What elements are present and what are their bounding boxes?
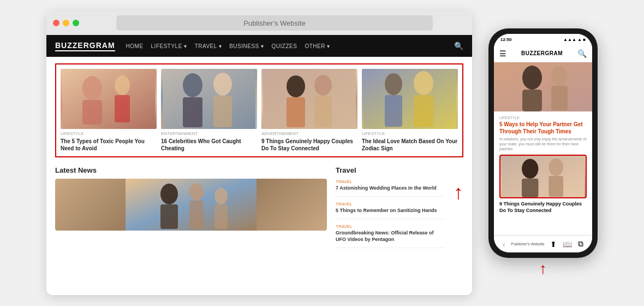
phone-wrapper: 12:50 ▲▲▲ ▲ ■ ☰ BUZZERGRAM 🔍 [488,28,598,278]
address-bar[interactable]: Publisher's Website [116,15,433,31]
card-meta-2: Entertainment [161,131,257,136]
travel-item-title-2: 5 Things to Remember on Sanitizing Hands [336,207,445,214]
phone-time: 12:50 [500,37,511,42]
nav-business[interactable]: BUSINESS ▾ [229,43,264,49]
phone-back-icon[interactable]: ‹ [503,240,505,249]
phone-signal: ▲▲▲ ▲ ■ [563,37,586,42]
phone-search-icon[interactable]: 🔍 [577,49,587,58]
card-image-4 [362,69,458,129]
svg-point-11 [287,75,305,97]
featured-card-4[interactable]: Lifestyle The Ideal Love Match Based On … [362,69,458,152]
svg-rect-24 [189,201,204,229]
card-title-4: The Ideal Love Match Based On Your Zodia… [362,138,458,152]
svg-rect-15 [363,69,456,129]
close-button[interactable] [53,20,59,26]
phone-menu-icon[interactable]: ☰ [499,49,506,58]
nav-travel[interactable]: TRAVEL ▾ [195,43,222,49]
site-logo: BUZZERGRAM [55,41,115,51]
phone-ad-image [499,155,587,198]
svg-point-35 [548,158,563,176]
svg-rect-14 [314,96,332,127]
svg-rect-34 [522,179,538,197]
svg-point-28 [522,66,542,90]
browser-window: Publisher's Website BUZZERGRAM HOME LIFE… [46,11,472,295]
browser-content: BUZZERGRAM HOME LIFESTYLE ▾ TRAVEL ▾ BUS… [46,35,472,295]
card-image-1 [61,69,157,129]
svg-point-6 [183,73,202,97]
travel-item-cat-1: Travel [336,179,445,185]
svg-rect-7 [183,97,202,127]
nav-home[interactable]: HOME [126,43,144,49]
latest-news-section: Latest News [55,166,327,252]
phone-down-arrow: ↑ [539,260,547,277]
svg-rect-19 [414,95,433,127]
svg-point-16 [385,73,402,95]
phone-navbar: ☰ BUZZERGRAM 🔍 [494,45,592,62]
svg-rect-22 [160,204,178,229]
svg-rect-31 [551,86,568,110]
nav-lifestyle[interactable]: LIFESTYLE ▾ [151,43,187,49]
minimize-button[interactable] [63,20,69,26]
svg-rect-36 [548,176,563,197]
travel-title: Travel [336,166,445,174]
svg-point-18 [414,71,433,95]
card-meta-4: Lifestyle [362,131,458,136]
phone-article-1[interactable]: Lifestyle 5 Ways to Help Your Partner Ge… [494,111,592,155]
travel-item-cat-2: Travel [336,201,445,207]
svg-rect-9 [213,96,232,127]
phone-logo: BUZZERGRAM [521,50,563,56]
site-main: Lifestyle The 5 Types of Toxic People Yo… [46,57,472,295]
svg-point-25 [214,188,228,204]
phone-bookmark-icon[interactable]: 📖 [563,240,572,249]
nav-other[interactable]: OTHER ▾ [305,43,330,49]
scroll-up-arrow-area: ↑ [454,166,463,252]
card-title-3: 9 Things Genuinely Happy Couples Do To S… [261,138,357,152]
svg-rect-4 [115,95,130,122]
phone-down-arrow-area: ↑ [488,260,598,278]
phone-copy-icon[interactable]: ⧉ [578,239,583,249]
svg-rect-17 [385,95,402,127]
card-title-2: 16 Celebrities Who Got Caught Cheating [161,138,257,152]
phone-hero-image [494,62,592,111]
card-meta-1: Lifestyle [61,131,157,136]
svg-rect-0 [62,69,155,129]
news-image [55,179,327,231]
phone-article-1-desc: In relations, you not only enjoy the ach… [499,137,587,151]
browser-titlebar: Publisher's Website [46,11,472,35]
svg-rect-26 [214,204,228,229]
phone-ad-section[interactable]: 9 Things Genuinely Happy Couples Do To S… [494,155,592,217]
travel-item-3[interactable]: Travel Groundbreaking News: Official Rel… [336,223,445,248]
traffic-lights [53,20,79,26]
search-icon[interactable]: 🔍 [454,42,463,50]
svg-point-8 [213,73,232,96]
svg-point-30 [551,66,568,86]
maximize-button[interactable] [73,20,79,26]
phone-article-1-category: Lifestyle [499,116,587,120]
card-image-3 [261,69,357,129]
phone-article-1-title: 5 Ways to Help Your Partner Get Through … [499,121,587,135]
featured-card-2[interactable]: Entertainment 16 Celebrities Who Got Cau… [161,69,257,152]
svg-rect-12 [287,97,305,127]
address-text: Publisher's Website [243,19,306,27]
phone-ad-title: 9 Things Genuinely Happy Couples Do To S… [499,201,587,214]
travel-item-title-3: Groundbreaking News: Official Release of… [336,229,445,243]
phone-share-icon[interactable]: ⬆ [550,240,557,249]
nav-links: HOME LIFESTYLE ▾ TRAVEL ▾ BUSINESS ▾ QUI… [126,43,330,49]
nav-quizzes[interactable]: QUIZZES [272,43,297,49]
phone-statusbar: 12:50 ▲▲▲ ▲ ■ [494,34,592,45]
svg-rect-10 [263,69,356,129]
featured-card-1[interactable]: Lifestyle The 5 Types of Toxic People Yo… [61,69,157,152]
latest-news-title: Latest News [55,166,327,174]
featured-card-3[interactable]: Advertisement 9 Things Genuinely Happy C… [261,69,357,152]
card-meta-3: Advertisement [261,131,357,136]
svg-rect-2 [82,100,102,125]
svg-point-1 [82,76,102,100]
phone-screen: 12:50 ▲▲▲ ▲ ■ ☰ BUZZERGRAM 🔍 [494,34,592,252]
travel-item-1[interactable]: Travel 7 Astonishing Wedding Places In t… [336,179,445,197]
phone-mockup: 12:50 ▲▲▲ ▲ ■ ☰ BUZZERGRAM 🔍 [488,28,598,258]
phone-bottom-text: Publisher's Website [511,242,544,246]
card-image-2 [161,69,257,129]
travel-item-2[interactable]: Travel 5 Things to Remember on Sanitizin… [336,201,445,219]
svg-point-21 [160,184,178,204]
travel-item-cat-3: Travel [336,223,445,229]
